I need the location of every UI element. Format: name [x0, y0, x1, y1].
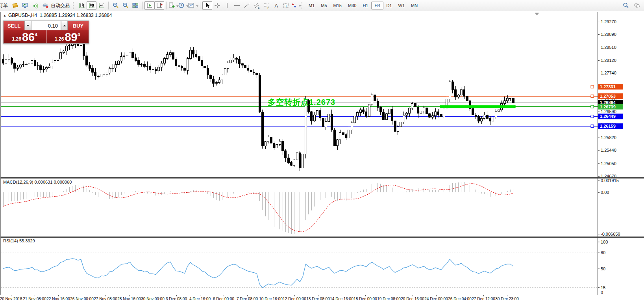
- toolbar-grip: [73, 2, 75, 9]
- chat-icon[interactable]: [632, 1, 642, 10]
- price-line-label-text: 1.26449: [600, 114, 616, 119]
- timeframe-m1-button[interactable]: M1: [305, 2, 318, 9]
- auto-trading-button[interactable]: 自动交易: [40, 1, 72, 10]
- timeframe-m30-button[interactable]: M30: [345, 2, 359, 9]
- price-tick-label: 1.28890: [601, 32, 616, 37]
- chevron-down-icon[interactable]: [196, 6, 198, 8]
- buy-price-tile[interactable]: 1.26 89 4: [46, 30, 89, 43]
- time-axis-label: 26 Nov 00:00: [70, 297, 94, 301]
- new-order-button[interactable]: 订单: [0, 1, 10, 10]
- toolbar-separator: [142, 2, 142, 9]
- trendline-icon[interactable]: [242, 1, 252, 10]
- macd-indicator-label: MACD(12,26,9) 0.000631 0.000060: [3, 180, 72, 184]
- timeframe-d1-button[interactable]: D1: [383, 2, 395, 9]
- toolbar-separator: [200, 2, 200, 9]
- timeframe-w1-button[interactable]: W1: [395, 2, 408, 9]
- timeframe-m5-button[interactable]: M5: [318, 2, 330, 9]
- sell-price-sup: 4: [35, 32, 37, 37]
- line-chart-icon[interactable]: [96, 1, 106, 10]
- chart-collapse-icon[interactable]: ▲: [3, 14, 6, 17]
- buy-price-sup: 4: [78, 32, 80, 37]
- price-tick-label: 1.28120: [601, 58, 616, 63]
- zoom-out-icon[interactable]: [120, 1, 130, 10]
- pivot-trendline[interactable]: [440, 105, 516, 108]
- buy-price-small: 1.26: [55, 37, 64, 41]
- profiles-clock-button[interactable]: [178, 1, 188, 10]
- time-axis-label: 19 Dec 08:00: [377, 297, 401, 301]
- chart-shift-icon[interactable]: [154, 1, 164, 10]
- line-drag-handle[interactable]: [591, 95, 594, 97]
- toolbar-separator: [166, 2, 167, 9]
- volume-input[interactable]: 0.10: [31, 21, 61, 30]
- search-icon[interactable]: [621, 1, 631, 10]
- time-axis-label: 20 Dec 16:00: [401, 297, 424, 301]
- line-drag-handle[interactable]: [591, 105, 594, 108]
- time-axis-label: 24 Dec 00:00: [424, 297, 448, 301]
- sell-price-tile[interactable]: 1.26 86 4: [4, 30, 46, 43]
- text-label-icon[interactable]: T: [281, 1, 291, 10]
- rsi-level-label: 0: [601, 290, 603, 295]
- templates-button[interactable]: [188, 1, 198, 10]
- fibonacci-icon[interactable]: F: [261, 1, 271, 10]
- price-line-label-text: 1.27053: [600, 94, 616, 99]
- line-drag-handle[interactable]: [591, 86, 594, 88]
- time-axis-label: 26 Dec 04:00: [448, 297, 472, 301]
- rsi-level-label: 15: [601, 285, 605, 290]
- caret-up-icon: [63, 23, 66, 26]
- timeframe-h4-button[interactable]: H4: [371, 2, 383, 9]
- caret-down-icon: [26, 25, 30, 28]
- chart-canvas[interactable]: 1.292701.288901.285101.281201.277401.273…: [0, 11, 644, 307]
- pivot-annotation[interactable]: 多空转折点1.2673: [268, 97, 335, 108]
- zoom-in-icon[interactable]: [111, 1, 120, 10]
- chart-window: 1.292701.288901.285101.281201.277401.273…: [0, 11, 644, 307]
- buy-button[interactable]: BUY: [68, 21, 89, 30]
- sell-price-small: 1.26: [12, 37, 21, 41]
- new-chart-button[interactable]: [168, 1, 178, 10]
- tile-windows-icon[interactable]: [130, 1, 140, 10]
- time-axis-label: 27 Dec 12:00: [472, 297, 495, 301]
- volume-increase-button[interactable]: [61, 21, 68, 30]
- time-axis-label: 6 Dec 00:00: [213, 297, 234, 301]
- timeframe-m15-button[interactable]: M15: [330, 2, 345, 9]
- price-tick-label: 1.28510: [601, 45, 616, 50]
- crosshair-icon[interactable]: [212, 1, 222, 10]
- new-order-button-label: 订单: [0, 2, 8, 9]
- toolbar: 订单自动交易EFATM1M5M15M30H1H4D1W1MN: [0, 0, 644, 11]
- signals-icon[interactable]: [30, 1, 40, 10]
- time-axis-label: 18 Dec 00:00: [353, 297, 377, 301]
- price-tick-label: 1.26590: [601, 109, 616, 114]
- vertical-line-icon[interactable]: [222, 1, 232, 10]
- auto-trading-button-label: 自动交易: [51, 2, 70, 9]
- time-axis-label: 30 Dec 23:00: [495, 297, 519, 301]
- chevron-down-icon[interactable]: [299, 6, 301, 8]
- text-icon[interactable]: A: [271, 1, 281, 10]
- price-tick-label: 1.25440: [601, 148, 616, 153]
- macd-scale-min: -0.006659: [601, 232, 620, 236]
- time-axis-label: 10 Dec 16:00: [259, 297, 283, 301]
- buy-price-big: 89: [65, 32, 77, 43]
- candlestick-chart-icon[interactable]: [87, 1, 96, 10]
- toolbar-grip: [302, 2, 303, 9]
- time-axis-label: 27 Nov 08:00: [94, 297, 117, 301]
- svg-text:T: T: [285, 4, 287, 8]
- auto-scroll-icon[interactable]: [144, 1, 154, 10]
- arrows-button[interactable]: [291, 1, 301, 10]
- rsi-level-label: 80: [601, 250, 605, 255]
- time-axis-label: 30 Nov 00:00: [141, 297, 165, 301]
- time-axis-label: 4 Dec 16:00: [189, 297, 211, 301]
- timeframe-h1-button[interactable]: H1: [359, 2, 371, 9]
- market-watch-icon[interactable]: [10, 1, 20, 10]
- time-axis-label: 20 Nov 2018: [0, 297, 22, 301]
- cursor-icon[interactable]: [202, 1, 212, 10]
- bar-chart-icon[interactable]: [77, 1, 87, 10]
- volume-decrease-button[interactable]: [24, 21, 31, 30]
- timeframe-mn-button[interactable]: MN: [408, 2, 421, 9]
- time-axis-label: 12 Dec 00:00: [283, 297, 306, 301]
- equidistant-channel-icon[interactable]: E: [252, 1, 261, 10]
- rsi-indicator-label: RSI(14) 55.3329: [3, 238, 35, 243]
- horizontal-line-icon[interactable]: [232, 1, 242, 10]
- sell-button[interactable]: SELL: [4, 21, 24, 30]
- line-drag-handle[interactable]: [591, 125, 594, 128]
- line-drag-handle[interactable]: [591, 115, 594, 118]
- data-window-icon[interactable]: [20, 1, 30, 10]
